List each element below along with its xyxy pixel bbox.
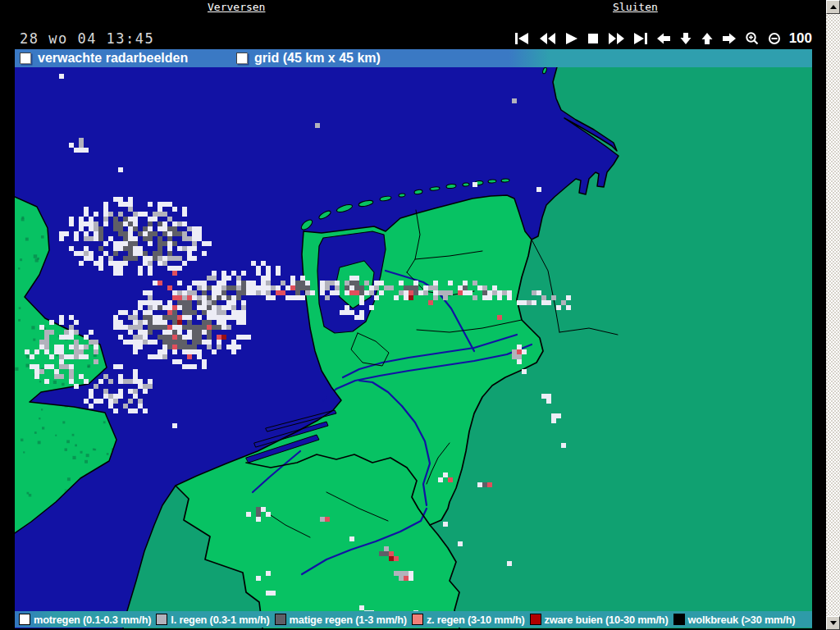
grid-label: grid (45 km x 45 km) — [254, 51, 381, 66]
legend-item: zware buien (10-30 mm/h) — [530, 614, 669, 626]
legend-label: zware buien (10-30 mm/h) — [545, 614, 669, 626]
rewind-button[interactable] — [539, 31, 556, 46]
grid-checkbox[interactable] — [236, 52, 248, 64]
radar-images-label: verwachte radarbeelden — [38, 51, 188, 66]
grid-checkbox-group[interactable]: grid (45 km x 45 km) — [236, 49, 381, 67]
legend-label: l. regen (0.3-1 mm/h) — [171, 614, 269, 626]
legend-item: motregen (0.1-0.3 mm/h) — [19, 614, 151, 626]
skip-to-start-button[interactable] — [514, 31, 531, 46]
legend-swatch-wolkbreuk — [673, 614, 685, 625]
zoom-level-value: 100 — [789, 31, 812, 46]
zoom-out-button[interactable] — [768, 31, 781, 46]
legend-swatch-zware-regen — [412, 614, 423, 625]
scroll-up-icon — [830, 5, 837, 9]
legend-label: motregen (0.1-0.3 mm/h) — [34, 614, 151, 626]
legend-swatch-motregen — [19, 614, 30, 625]
radar-images-checkbox[interactable] — [20, 52, 31, 64]
play-button[interactable] — [564, 31, 578, 46]
pan-down-button[interactable] — [679, 31, 692, 46]
radar-app-window: Verversen Sluiten 28 wo 04 13:45 — [0, 0, 840, 630]
close-link[interactable]: Sluiten — [613, 1, 658, 13]
scrollbar-track[interactable] — [826, 14, 840, 616]
legend-swatch-zware-buien — [530, 614, 541, 625]
fast-forward-button[interactable] — [608, 31, 625, 46]
legend-item: wolkbreuk (>30 mm/h) — [673, 614, 796, 626]
options-bar: verwachte radarbeelden grid (45 km x 45 … — [15, 49, 812, 67]
vertical-scrollbar[interactable] — [826, 0, 840, 630]
legend-swatch-lichte-regen — [156, 614, 167, 625]
legend-item: l. regen (0.3-1 mm/h) — [156, 614, 269, 626]
scroll-down-icon — [830, 621, 837, 625]
scroll-up-button[interactable] — [826, 0, 840, 14]
playback-controls: 100 — [514, 29, 812, 48]
radar-map[interactable] — [15, 49, 812, 628]
stop-button[interactable] — [587, 31, 600, 46]
legend-item: z. regen (3-10 mm/h) — [412, 614, 525, 626]
pan-right-button[interactable] — [722, 31, 737, 46]
zoom-in-button[interactable] — [745, 31, 760, 46]
pan-up-button[interactable] — [701, 31, 714, 46]
legend-bar: motregen (0.1-0.3 mm/h) l. regen (0.3-1 … — [15, 611, 812, 628]
frame-timestamp: 28 wo 04 13:45 — [20, 30, 154, 47]
refresh-link[interactable]: Verversen — [208, 1, 265, 13]
radar-images-checkbox-group[interactable]: verwachte radarbeelden — [20, 49, 188, 67]
legend-label: z. regen (3-10 mm/h) — [427, 614, 525, 626]
pan-left-button[interactable] — [656, 31, 671, 46]
legend-swatch-matige-regen — [275, 614, 286, 625]
legend-label: wolkbreuk (>30 mm/h) — [688, 614, 796, 626]
scroll-down-button[interactable] — [826, 616, 840, 630]
legend-label: matige regen (1-3 mm/h) — [290, 614, 407, 626]
legend-item: matige regen (1-3 mm/h) — [275, 614, 407, 626]
skip-to-end-button[interactable] — [633, 31, 648, 46]
